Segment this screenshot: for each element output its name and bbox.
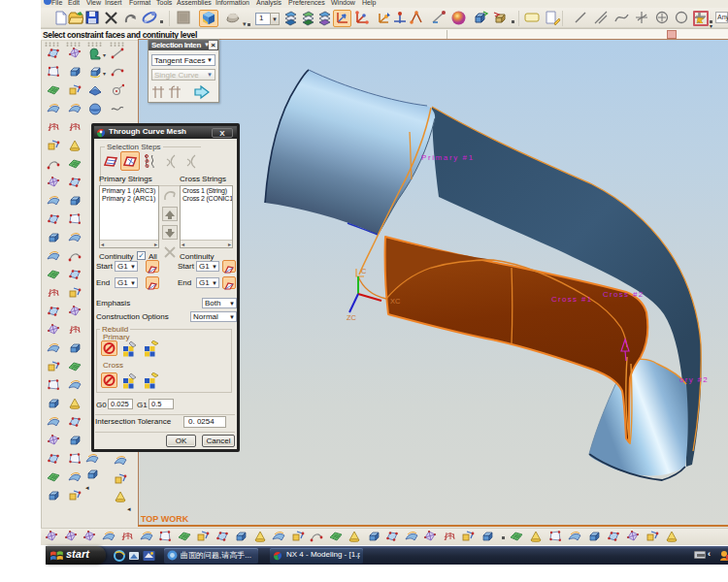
svg-text:C: C: [361, 267, 367, 275]
svg-text:ZC: ZC: [347, 313, 357, 322]
svg-text:XC: XC: [390, 297, 401, 306]
svg-text:Cross #2: Cross #2: [603, 290, 644, 299]
svg-text:Cross #1: Cross #1: [551, 295, 592, 304]
svg-text:ory #2: ory #2: [679, 375, 709, 384]
svg-text:Primary #1: Primary #1: [421, 153, 475, 162]
